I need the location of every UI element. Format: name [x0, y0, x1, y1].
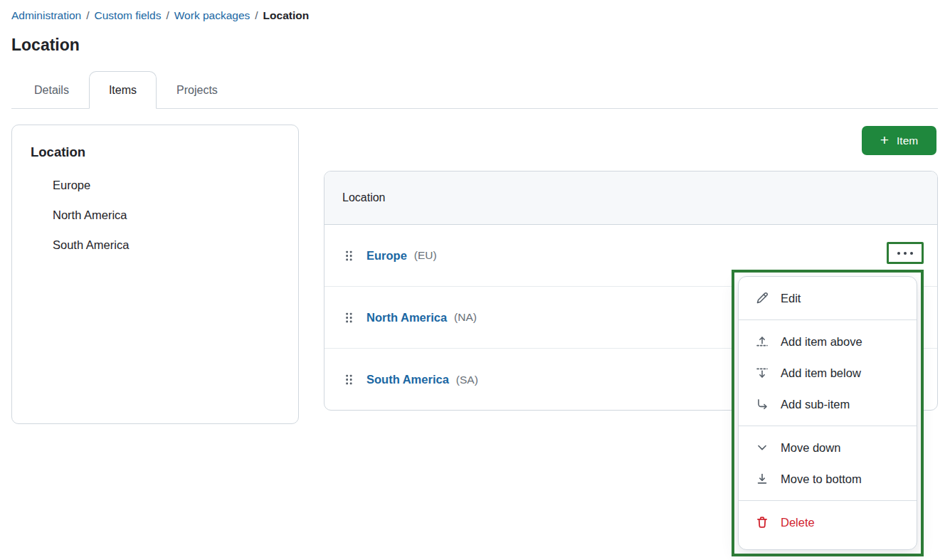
tab-items[interactable]: Items [89, 71, 157, 109]
hierarchy-preview-card: Location Europe North America South Amer… [11, 125, 299, 424]
chevron-down-icon [756, 441, 769, 454]
preview-card-title: Location [31, 144, 298, 160]
breadcrumb-link-custom-fields[interactable]: Custom fields [95, 9, 162, 22]
drag-handle-icon[interactable] [345, 312, 353, 324]
ellipsis-icon [904, 252, 907, 255]
breadcrumb-link-administration[interactable]: Administration [11, 9, 81, 22]
add-item-button-label: Item [897, 134, 918, 147]
menu-section-edit: Edit [739, 277, 917, 320]
menu-section-delete: Delete [739, 501, 917, 544]
menu-item-label: Move to bottom [781, 472, 862, 486]
menu-section-move: Move down Move to bottom [739, 426, 917, 501]
move-to-bottom-icon [756, 472, 769, 485]
menu-item-label: Move down [781, 441, 840, 455]
plus-icon: + [880, 132, 889, 147]
ellipsis-icon [910, 252, 913, 255]
breadcrumb-link-work-packages[interactable]: Work packages [174, 9, 250, 22]
tab-projects[interactable]: Projects [157, 71, 238, 109]
tab-details[interactable]: Details [14, 71, 89, 109]
item-link-europe[interactable]: Europe [366, 249, 407, 263]
item-short-code: (EU) [414, 249, 437, 262]
add-item-button[interactable]: + Item [862, 126, 936, 155]
menu-item-label: Edit [781, 292, 801, 305]
breadcrumb-current: Location [263, 9, 310, 22]
drag-handle-icon[interactable] [345, 374, 353, 386]
menu-item-add-sub-item[interactable]: Add sub-item [739, 389, 917, 420]
menu-item-edit[interactable]: Edit [739, 282, 917, 314]
item-short-code: (NA) [454, 311, 477, 324]
tab-bar: Details Items Projects [14, 71, 238, 109]
preview-item: South America [53, 238, 298, 252]
menu-item-label: Add item below [781, 366, 861, 380]
preview-item: Europe [53, 179, 298, 192]
preview-item: North America [53, 208, 298, 222]
menu-item-add-item-below[interactable]: Add item below [739, 357, 917, 389]
menu-section-add: Add item above Add item below [739, 320, 917, 426]
item-link-south-america[interactable]: South America [366, 373, 449, 386]
trash-icon [756, 516, 769, 529]
menu-item-move-down[interactable]: Move down [739, 432, 917, 463]
item-short-code: (SA) [456, 374, 478, 386]
insert-below-icon [756, 366, 769, 379]
breadcrumb: Administration / Custom fields / Work pa… [11, 9, 309, 22]
menu-item-label: Add sub-item [781, 398, 850, 411]
page-title: Location [11, 36, 80, 55]
pencil-icon [756, 292, 769, 305]
preview-item-list: Europe North America South America [12, 179, 298, 252]
menu-item-move-to-bottom[interactable]: Move to bottom [739, 463, 917, 495]
breadcrumb-separator: / [255, 9, 258, 22]
insert-above-icon [756, 335, 769, 348]
breadcrumb-separator: / [86, 9, 89, 22]
row-context-menu: Edit Add item above [738, 276, 917, 550]
items-table-header-label: Location [342, 191, 386, 204]
item-link-north-america[interactable]: North America [366, 311, 447, 324]
drag-handle-icon[interactable] [345, 250, 353, 262]
menu-item-add-item-above[interactable]: Add item above [739, 326, 917, 357]
menu-item-label: Add item above [781, 335, 862, 349]
sub-item-icon [756, 398, 769, 411]
breadcrumb-separator: / [166, 9, 169, 22]
row-menu-trigger-button[interactable] [887, 242, 924, 264]
custom-field-items-page: Administration / Custom fields / Work pa… [0, 0, 950, 560]
menu-item-label: Delete [781, 516, 815, 529]
menu-item-delete[interactable]: Delete [739, 507, 917, 538]
items-table-header: Location [324, 171, 937, 225]
row-context-menu-highlight: Edit Add item above [732, 270, 924, 556]
ellipsis-icon [897, 252, 900, 255]
